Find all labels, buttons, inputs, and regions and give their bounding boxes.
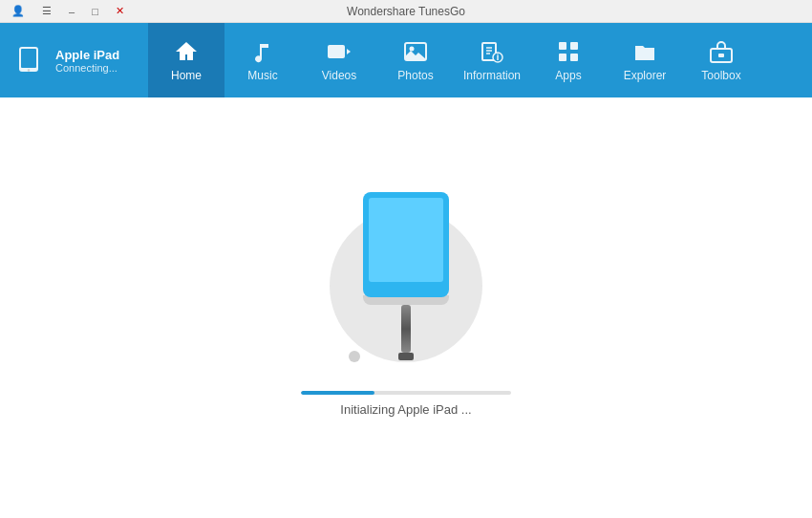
menu-icon[interactable]: ☰	[38, 3, 55, 19]
photos-icon	[402, 38, 429, 65]
home-icon	[173, 38, 200, 65]
svg-rect-14	[559, 42, 566, 50]
video-icon	[326, 38, 353, 65]
nav-item-photos[interactable]: Photos	[377, 23, 454, 97]
nav-item-videos[interactable]: Videos	[301, 23, 377, 97]
progress-bar-container	[301, 391, 511, 395]
nav-label-photos: Photos	[397, 69, 433, 82]
nav-label-information: Information	[463, 69, 521, 82]
close-icon[interactable]: ✕	[112, 3, 128, 19]
apps-icon	[555, 38, 582, 65]
main-content: Initializing Apple iPad ...	[0, 97, 812, 518]
svg-rect-1	[21, 49, 36, 68]
music-icon	[249, 38, 276, 65]
svg-point-2	[28, 69, 30, 71]
svg-rect-3	[328, 45, 345, 58]
progress-label: Initializing Apple iPad ...	[340, 402, 471, 417]
maximize-icon[interactable]: □	[88, 4, 102, 19]
explorer-icon	[631, 38, 658, 65]
user-icon[interactable]: 👤	[8, 3, 29, 19]
svg-rect-17	[570, 54, 578, 61]
nav-label-apps: Apps	[555, 69, 581, 82]
svg-point-13	[497, 54, 499, 55]
app-title: Wondershare TunesGo	[347, 5, 465, 18]
nav-item-music[interactable]: Music	[224, 23, 301, 97]
nav-label-explorer: Explorer	[624, 69, 667, 82]
cable	[401, 305, 411, 353]
nav-item-apps[interactable]: Apps	[530, 23, 607, 97]
progress-area: Initializing Apple iPad ...	[301, 391, 511, 417]
nav-item-information[interactable]: Information	[454, 23, 530, 97]
nav-items: Home Music Videos Photos	[148, 23, 812, 97]
ipad-wrap	[363, 192, 449, 360]
minimize-icon[interactable]: –	[65, 4, 78, 19]
nav-label-home: Home	[171, 69, 202, 82]
progress-bar-fill	[301, 391, 374, 395]
ipad-screen	[369, 198, 443, 282]
svg-rect-19	[718, 54, 724, 57]
device-text: Apple iPad Connecting...	[55, 48, 119, 74]
nav-label-music: Music	[247, 69, 277, 82]
device-status: Connecting...	[55, 62, 119, 74]
nav-bar: Apple iPad Connecting... Home Music Vide…	[0, 23, 812, 97]
nav-label-toolbox: Toolbox	[701, 69, 740, 82]
svg-point-6	[410, 47, 415, 52]
title-bar: Wondershare TunesGo 👤 ☰ – □ ✕	[0, 0, 812, 23]
window-controls: 👤 ☰ – □ ✕	[8, 3, 134, 19]
svg-marker-4	[347, 49, 351, 54]
small-dot	[349, 351, 360, 362]
svg-rect-16	[559, 54, 566, 61]
device-info: Apple iPad Connecting...	[0, 23, 148, 97]
nav-label-videos: Videos	[322, 69, 356, 82]
device-icon	[11, 43, 46, 77]
nav-item-explorer[interactable]: Explorer	[607, 23, 683, 97]
device-illustration	[320, 200, 492, 372]
toolbox-icon	[708, 38, 735, 65]
information-icon	[479, 38, 505, 65]
svg-rect-15	[570, 42, 578, 50]
nav-item-toolbox[interactable]: Toolbox	[683, 23, 759, 97]
ipad-body	[363, 192, 449, 297]
cable-plug	[398, 353, 414, 360]
device-name: Apple iPad	[55, 48, 119, 62]
nav-item-home[interactable]: Home	[148, 23, 224, 97]
